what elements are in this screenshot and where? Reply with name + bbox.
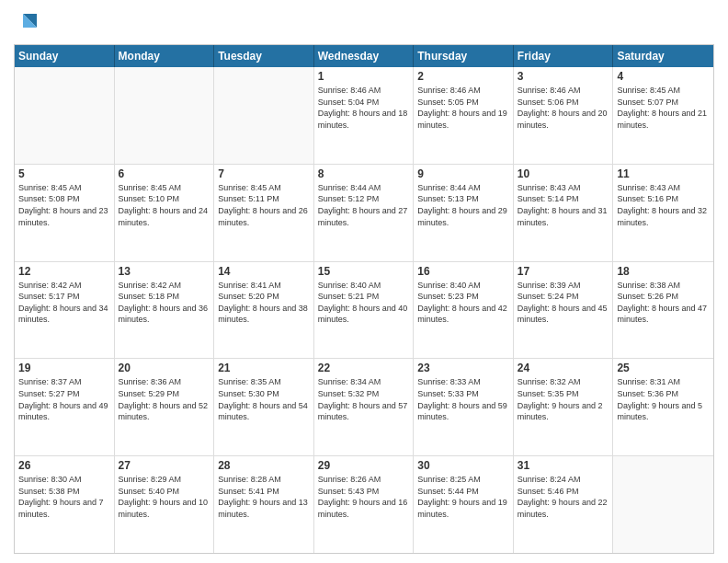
cell-content: Sunrise: 8:43 AM Sunset: 5:16 PM Dayligh… <box>617 182 710 228</box>
cal-cell-18: 18Sunrise: 8:38 AM Sunset: 5:26 PM Dayli… <box>613 262 713 359</box>
cal-cell-29: 29Sunrise: 8:26 AM Sunset: 5:43 PM Dayli… <box>314 456 415 553</box>
cell-content: Sunrise: 8:31 AM Sunset: 5:36 PM Dayligh… <box>617 376 710 422</box>
cell-content: Sunrise: 8:42 AM Sunset: 5:18 PM Dayligh… <box>119 280 210 326</box>
cell-content: Sunrise: 8:33 AM Sunset: 5:33 PM Dayligh… <box>417 376 509 422</box>
day-number: 16 <box>417 265 509 278</box>
cal-cell-15: 15Sunrise: 8:40 AM Sunset: 5:21 PM Dayli… <box>314 262 415 359</box>
day-number: 27 <box>119 459 210 472</box>
cal-cell-3: 3Sunrise: 8:46 AM Sunset: 5:06 PM Daylig… <box>514 67 614 164</box>
day-number: 11 <box>617 167 710 180</box>
cell-content: Sunrise: 8:45 AM Sunset: 5:08 PM Dayligh… <box>18 182 110 228</box>
day-number: 29 <box>318 459 410 472</box>
day-number: 21 <box>218 362 310 374</box>
day-number: 4 <box>617 70 710 83</box>
cell-content: Sunrise: 8:37 AM Sunset: 5:27 PM Dayligh… <box>18 376 110 422</box>
day-number: 15 <box>318 265 410 278</box>
logo <box>14 9 43 37</box>
cal-cell-empty-4-6 <box>613 456 713 553</box>
cal-cell-26: 26Sunrise: 8:30 AM Sunset: 5:38 PM Dayli… <box>15 456 115 553</box>
page: SundayMondayTuesdayWednesdayThursdayFrid… <box>0 0 728 563</box>
cell-content: Sunrise: 8:39 AM Sunset: 5:24 PM Dayligh… <box>518 280 609 326</box>
cal-cell-5: 5Sunrise: 8:45 AM Sunset: 5:08 PM Daylig… <box>15 165 115 261</box>
cell-content: Sunrise: 8:46 AM Sunset: 5:04 PM Dayligh… <box>318 85 410 131</box>
day-number: 14 <box>218 265 310 278</box>
cell-content: Sunrise: 8:29 AM Sunset: 5:40 PM Dayligh… <box>119 474 210 520</box>
day-number: 22 <box>318 362 410 374</box>
cell-content: Sunrise: 8:24 AM Sunset: 5:46 PM Dayligh… <box>518 474 609 520</box>
cell-content: Sunrise: 8:34 AM Sunset: 5:32 PM Dayligh… <box>318 376 410 422</box>
cell-content: Sunrise: 8:46 AM Sunset: 5:05 PM Dayligh… <box>417 85 509 131</box>
cal-cell-12: 12Sunrise: 8:42 AM Sunset: 5:17 PM Dayli… <box>15 262 115 359</box>
cal-cell-8: 8Sunrise: 8:44 AM Sunset: 5:12 PM Daylig… <box>314 165 415 261</box>
cal-cell-23: 23Sunrise: 8:33 AM Sunset: 5:33 PM Dayli… <box>414 359 514 455</box>
cal-row-0: 1Sunrise: 8:46 AM Sunset: 5:04 PM Daylig… <box>15 67 713 165</box>
day-number: 3 <box>518 70 609 83</box>
cal-cell-9: 9Sunrise: 8:44 AM Sunset: 5:13 PM Daylig… <box>414 165 514 261</box>
day-number: 12 <box>18 265 110 278</box>
calendar: SundayMondayTuesdayWednesdayThursdayFrid… <box>14 44 714 554</box>
cal-cell-20: 20Sunrise: 8:36 AM Sunset: 5:29 PM Dayli… <box>115 359 215 455</box>
day-number: 9 <box>417 167 509 180</box>
header <box>14 9 714 37</box>
cell-content: Sunrise: 8:45 AM Sunset: 5:10 PM Dayligh… <box>119 182 210 228</box>
day-number: 23 <box>417 362 509 374</box>
cal-row-3: 19Sunrise: 8:37 AM Sunset: 5:27 PM Dayli… <box>15 359 713 456</box>
cal-cell-10: 10Sunrise: 8:43 AM Sunset: 5:14 PM Dayli… <box>514 165 614 261</box>
cal-cell-7: 7Sunrise: 8:45 AM Sunset: 5:11 PM Daylig… <box>214 165 314 261</box>
day-number: 28 <box>218 459 310 472</box>
cell-content: Sunrise: 8:45 AM Sunset: 5:07 PM Dayligh… <box>617 85 710 131</box>
calendar-header: SundayMondayTuesdayWednesdayThursdayFrid… <box>15 45 713 67</box>
cal-cell-2: 2Sunrise: 8:46 AM Sunset: 5:05 PM Daylig… <box>414 67 514 164</box>
header-day-friday: Friday <box>514 45 614 67</box>
day-number: 17 <box>518 265 609 278</box>
day-number: 1 <box>318 70 410 83</box>
calendar-body: 1Sunrise: 8:46 AM Sunset: 5:04 PM Daylig… <box>15 67 713 553</box>
day-number: 24 <box>518 362 609 374</box>
cal-cell-31: 31Sunrise: 8:24 AM Sunset: 5:46 PM Dayli… <box>514 456 614 553</box>
cal-row-4: 26Sunrise: 8:30 AM Sunset: 5:38 PM Dayli… <box>15 456 713 553</box>
cal-cell-27: 27Sunrise: 8:29 AM Sunset: 5:40 PM Dayli… <box>115 456 215 553</box>
cal-row-1: 5Sunrise: 8:45 AM Sunset: 5:08 PM Daylig… <box>15 165 713 262</box>
header-day-wednesday: Wednesday <box>314 45 415 67</box>
day-number: 30 <box>417 459 509 472</box>
header-day-sunday: Sunday <box>15 45 115 67</box>
cell-content: Sunrise: 8:46 AM Sunset: 5:06 PM Dayligh… <box>518 85 609 131</box>
cal-cell-4: 4Sunrise: 8:45 AM Sunset: 5:07 PM Daylig… <box>613 67 713 164</box>
cell-content: Sunrise: 8:42 AM Sunset: 5:17 PM Dayligh… <box>18 280 110 326</box>
cal-cell-16: 16Sunrise: 8:40 AM Sunset: 5:23 PM Dayli… <box>414 262 514 359</box>
day-number: 5 <box>18 167 110 180</box>
cell-content: Sunrise: 8:40 AM Sunset: 5:21 PM Dayligh… <box>318 280 410 326</box>
cell-content: Sunrise: 8:41 AM Sunset: 5:20 PM Dayligh… <box>218 280 310 326</box>
cal-cell-30: 30Sunrise: 8:25 AM Sunset: 5:44 PM Dayli… <box>414 456 514 553</box>
header-day-tuesday: Tuesday <box>214 45 314 67</box>
cal-cell-empty-0-1 <box>115 67 215 164</box>
day-number: 6 <box>119 167 210 180</box>
cal-cell-25: 25Sunrise: 8:31 AM Sunset: 5:36 PM Dayli… <box>613 359 713 455</box>
day-number: 19 <box>18 362 110 374</box>
cal-cell-22: 22Sunrise: 8:34 AM Sunset: 5:32 PM Dayli… <box>314 359 415 455</box>
cell-content: Sunrise: 8:25 AM Sunset: 5:44 PM Dayligh… <box>417 474 509 520</box>
cal-cell-13: 13Sunrise: 8:42 AM Sunset: 5:18 PM Dayli… <box>115 262 215 359</box>
cal-cell-empty-0-2 <box>214 67 314 164</box>
cal-cell-6: 6Sunrise: 8:45 AM Sunset: 5:10 PM Daylig… <box>115 165 215 261</box>
header-day-thursday: Thursday <box>414 45 514 67</box>
header-day-saturday: Saturday <box>613 45 713 67</box>
cal-cell-28: 28Sunrise: 8:28 AM Sunset: 5:41 PM Dayli… <box>214 456 314 553</box>
cal-cell-1: 1Sunrise: 8:46 AM Sunset: 5:04 PM Daylig… <box>314 67 415 164</box>
day-number: 8 <box>318 167 410 180</box>
cell-content: Sunrise: 8:32 AM Sunset: 5:35 PM Dayligh… <box>518 376 609 422</box>
cal-cell-24: 24Sunrise: 8:32 AM Sunset: 5:35 PM Dayli… <box>514 359 614 455</box>
cell-content: Sunrise: 8:38 AM Sunset: 5:26 PM Dayligh… <box>617 280 710 326</box>
cal-cell-21: 21Sunrise: 8:35 AM Sunset: 5:30 PM Dayli… <box>214 359 314 455</box>
cell-content: Sunrise: 8:43 AM Sunset: 5:14 PM Dayligh… <box>518 182 609 228</box>
day-number: 25 <box>617 362 710 374</box>
cell-content: Sunrise: 8:44 AM Sunset: 5:12 PM Dayligh… <box>318 182 410 228</box>
cal-cell-11: 11Sunrise: 8:43 AM Sunset: 5:16 PM Dayli… <box>613 165 713 261</box>
cell-content: Sunrise: 8:30 AM Sunset: 5:38 PM Dayligh… <box>18 474 110 520</box>
day-number: 2 <box>417 70 509 83</box>
cal-cell-17: 17Sunrise: 8:39 AM Sunset: 5:24 PM Dayli… <box>514 262 614 359</box>
day-number: 26 <box>18 459 110 472</box>
logo-icon <box>14 9 41 37</box>
day-number: 10 <box>518 167 609 180</box>
cal-cell-14: 14Sunrise: 8:41 AM Sunset: 5:20 PM Dayli… <box>214 262 314 359</box>
